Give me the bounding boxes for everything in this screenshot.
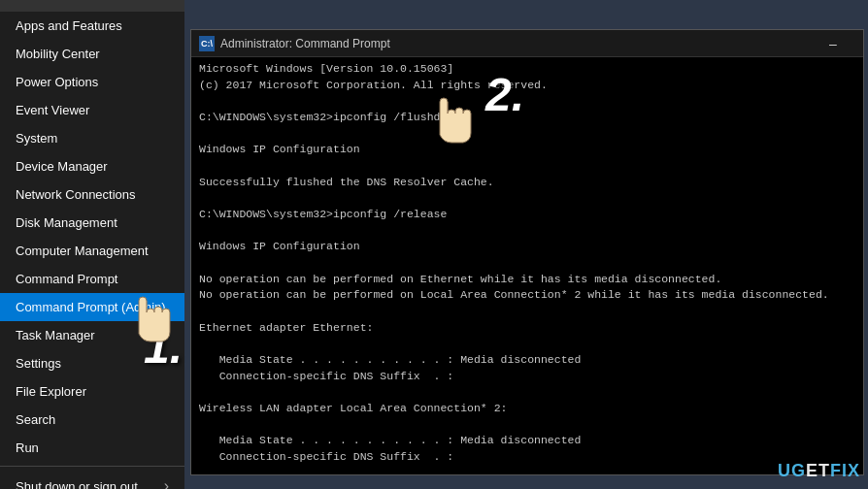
cmd-line: Ethernet adapter Ethernet: xyxy=(199,320,855,337)
menu-item-network-connections[interactable]: Network Connections xyxy=(0,180,184,209)
cmd-line xyxy=(199,255,855,272)
cmd-line: (c) 2017 Microsoft Corporation. All righ… xyxy=(199,78,855,94)
menu-item-label-power-options: Power Options xyxy=(16,75,98,89)
cmd-titlebar: C:\ Administrator: Command Prompt – xyxy=(191,30,863,57)
menu-item-label-file-explorer: File Explorer xyxy=(16,384,86,399)
cmd-content: Microsoft Windows [Version 10.0.15063](c… xyxy=(191,57,863,474)
cmd-window: C:\ Administrator: Command Prompt – Micr… xyxy=(190,29,864,475)
menu-item-label-disk-management: Disk Management xyxy=(16,215,117,230)
menu-item-label-system: System xyxy=(16,131,57,146)
menu-item-label-shutdown: Shut down or sign out xyxy=(16,479,138,490)
menu-item-apps-features[interactable]: Apps and Features xyxy=(0,12,184,40)
menu-item-event-viewer[interactable]: Event Viewer xyxy=(0,96,184,124)
watermark-et: ET xyxy=(806,461,830,480)
cmd-line xyxy=(199,466,855,474)
cmd-line: Windows IP Configuration xyxy=(199,239,855,255)
cmd-line: Media State . . . . . . . . . . . : Medi… xyxy=(199,433,855,449)
menu-item-mobility-center[interactable]: Mobility Center xyxy=(0,40,184,68)
menu-item-run[interactable]: Run xyxy=(0,434,184,462)
menu-item-search[interactable]: Search xyxy=(0,406,184,434)
cmd-line: No operation can be performed on Local A… xyxy=(199,287,855,304)
menu-item-label-command-prompt-admin: Command Prompt (Admin) xyxy=(16,300,166,314)
menu-item-file-explorer[interactable]: File Explorer xyxy=(0,377,184,406)
menu-item-settings[interactable]: Settings xyxy=(0,349,184,377)
menu-item-system[interactable]: System xyxy=(0,124,184,152)
cmd-line: Wireless LAN adapter Local Area Connecti… xyxy=(199,401,855,417)
menu-item-label-command-prompt: Command Prompt xyxy=(16,272,117,286)
watermark-ug: UG xyxy=(778,461,806,480)
menu-item-label-network-connections: Network Connections xyxy=(16,187,136,202)
menu-items-container: Apps and FeaturesMobility CenterPower Op… xyxy=(0,12,184,489)
menu-item-label-apps-features: Apps and Features xyxy=(16,18,122,33)
watermark-fix: FIX xyxy=(830,461,860,480)
context-menu-top xyxy=(0,0,184,12)
menu-item-label-run: Run xyxy=(16,440,39,455)
minimize-button[interactable]: – xyxy=(811,30,855,57)
cmd-icon: C:\ xyxy=(199,36,215,51)
menu-item-task-manager[interactable]: Task Manager xyxy=(0,321,184,349)
context-menu: Apps and FeaturesMobility CenterPower Op… xyxy=(0,0,184,489)
menu-separator xyxy=(0,466,184,467)
cmd-line: C:\WINDOWS\system32>ipconfig /flushdns xyxy=(199,110,855,126)
menu-item-command-prompt-admin[interactable]: Command Prompt (Admin) xyxy=(0,293,184,321)
cmd-line: Connection-specific DNS Suffix . : xyxy=(199,369,855,385)
cmd-titlebar-left: C:\ Administrator: Command Prompt xyxy=(199,36,390,51)
cmd-line: Connection-specific DNS Suffix . : xyxy=(199,449,855,466)
menu-item-label-mobility-center: Mobility Center xyxy=(16,47,100,61)
cmd-line xyxy=(199,384,855,401)
menu-item-device-manager[interactable]: Device Manager xyxy=(0,152,184,180)
menu-item-disk-management[interactable]: Disk Management xyxy=(0,209,184,237)
cmd-line xyxy=(199,158,855,175)
menu-item-label-settings: Settings xyxy=(16,356,61,371)
menu-item-power-options[interactable]: Power Options xyxy=(0,68,184,96)
cmd-line xyxy=(199,417,855,434)
menu-item-label-task-manager: Task Manager xyxy=(16,328,95,342)
menu-item-label-computer-management: Computer Management xyxy=(16,244,149,258)
cmd-line xyxy=(199,223,855,240)
cmd-line: C:\WINDOWS\system32>ipconfig /release xyxy=(199,207,855,223)
menu-item-label-event-viewer: Event Viewer xyxy=(16,103,89,117)
menu-item-computer-management[interactable]: Computer Management xyxy=(0,237,184,265)
cmd-line xyxy=(199,336,855,352)
menu-item-shutdown[interactable]: Shut down or sign out xyxy=(0,471,184,489)
cmd-line xyxy=(199,190,855,207)
cmd-line xyxy=(199,126,855,143)
desktop: Apps and FeaturesMobility CenterPower Op… xyxy=(0,0,868,489)
watermark: UGETFIX xyxy=(778,461,860,481)
cmd-line: Windows IP Configuration xyxy=(199,142,855,158)
cmd-line xyxy=(199,93,855,110)
menu-item-label-device-manager: Device Manager xyxy=(16,159,108,174)
cmd-line: No operation can be performed on Etherne… xyxy=(199,272,855,288)
cmd-title: Administrator: Command Prompt xyxy=(220,37,390,50)
cmd-line: Microsoft Windows [Version 10.0.15063] xyxy=(199,61,855,78)
cmd-controls: – xyxy=(811,30,855,57)
cmd-line: Successfully flushed the DNS Resolver Ca… xyxy=(199,175,855,191)
cmd-line: Media State . . . . . . . . . . . : Medi… xyxy=(199,352,855,369)
cmd-line xyxy=(199,304,855,320)
menu-item-command-prompt[interactable]: Command Prompt xyxy=(0,265,184,293)
menu-item-arrow-shutdown xyxy=(164,477,169,489)
menu-item-label-search: Search xyxy=(16,412,55,427)
